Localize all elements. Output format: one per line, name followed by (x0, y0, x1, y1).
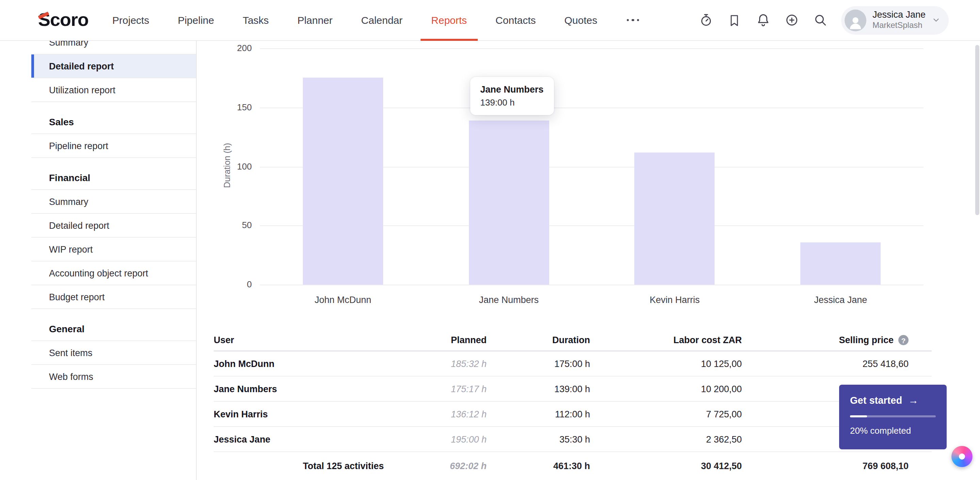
x-axis-label-jessica-jane: Jessica Jane (758, 295, 924, 305)
reports-sidebar: SummaryDetailed reportUtilization report… (31, 40, 197, 480)
nav-item-contacts[interactable]: Contacts (481, 0, 550, 40)
user-cell: Jessica Jane (214, 434, 418, 444)
nav-item-tasks[interactable]: Tasks (228, 0, 283, 40)
planned-cell: 175:17 h (418, 384, 487, 394)
user-cell: Jane Numbers (214, 384, 418, 394)
labor-cost-cell: 2 362,50 (590, 434, 742, 444)
timer-icon[interactable] (694, 8, 718, 32)
get-started-title-row: Get started → (850, 394, 936, 406)
nav-item-reports[interactable]: Reports (417, 0, 481, 40)
get-started-card[interactable]: Get started → 20% completed (839, 385, 947, 450)
x-axis-label-john-mcdunn: John McDunn (260, 295, 426, 305)
x-axis-label-kevin-harris: Kevin Harris (592, 295, 758, 305)
gridline (260, 285, 924, 285)
sidebar-item-pipeline-report[interactable]: Pipeline report (31, 134, 196, 158)
sidebar-item-accounting-object-report[interactable]: Accounting object report (31, 262, 196, 285)
bar-jessica-jane[interactable] (800, 243, 881, 285)
more-menu-icon[interactable] (611, 0, 654, 40)
tooltip-title: Jane Numbers (480, 85, 543, 95)
table-row-john-mcdunn: John McDunn185:32 h175:00 h10 125,00255 … (214, 351, 932, 376)
primary-nav: ProjectsPipelineTasksPlannerCalendarRepo… (98, 0, 611, 40)
navbar-actions: Jessica Jane MarketSplash (694, 6, 949, 34)
user-cell: John McDunn (214, 359, 418, 369)
sidebar-item-detailed-report[interactable]: Detailed report (31, 214, 196, 238)
tooltip-value: 139:00 h (480, 97, 543, 108)
x-axis-label-jane-numbers: Jane Numbers (426, 295, 592, 305)
user-name: Jessica Jane (872, 10, 926, 21)
duration-cell: 139:00 h (487, 384, 590, 394)
bookmark-icon[interactable] (723, 8, 746, 32)
progress-bar (850, 415, 936, 417)
y-tick-label: 100 (197, 161, 252, 172)
floating-widget-button[interactable] (951, 446, 972, 467)
user-cell: Kevin Harris (214, 409, 418, 419)
dot (637, 19, 639, 21)
total-selling-price-cell: 769 608,10 (742, 461, 908, 471)
table-header-row: UserPlannedDurationLabor cost ZARSelling… (214, 330, 932, 351)
sidebar-item-utilization-report[interactable]: Utilization report (31, 78, 196, 102)
report-table: UserPlannedDurationLabor cost ZARSelling… (214, 330, 932, 479)
y-tick-label: 0 (197, 279, 252, 290)
sidebar-item-budget-report[interactable]: Budget report (31, 285, 196, 309)
col-header-selling-price: Selling price? (742, 335, 908, 345)
selling-price-cell: 255 418,60 (742, 359, 908, 369)
sidebar-section-sales: Sales (31, 110, 196, 134)
sidebar-item-summary[interactable]: Summary (31, 190, 196, 214)
app-root: Scoro ProjectsPipelineTasksPlannerCalend… (0, 0, 980, 480)
nav-item-projects[interactable]: Projects (98, 0, 163, 40)
labor-cost-cell: 10 200,00 (590, 384, 742, 394)
search-icon[interactable] (808, 8, 832, 32)
user-meta: Jessica Jane MarketSplash (872, 10, 926, 30)
col-header-text: Selling price (839, 335, 894, 345)
nav-item-pipeline[interactable]: Pipeline (163, 0, 228, 40)
y-tick-label: 200 (197, 43, 252, 54)
dot (632, 19, 634, 21)
col-header-labor-cost-zar: Labor cost ZAR (590, 335, 742, 345)
total-labor-cost-cell: 30 412,50 (590, 461, 742, 471)
scoro-logo[interactable]: Scoro (38, 10, 89, 30)
sidebar-item-summary[interactable]: Summary (31, 40, 196, 54)
duration-cell: 175:00 h (487, 359, 590, 369)
arrow-right-icon: → (908, 394, 918, 406)
planned-cell: 195:00 h (418, 434, 487, 444)
help-icon[interactable]: ? (898, 335, 908, 345)
labor-cost-cell: 7 725,00 (590, 409, 742, 419)
bar-john-mcdunn[interactable] (303, 78, 383, 285)
gridline (260, 48, 924, 49)
table-row-jane-numbers: Jane Numbers175:17 h139:00 h10 200,00 (214, 376, 932, 402)
dot (627, 19, 629, 21)
nav-item-quotes[interactable]: Quotes (550, 0, 612, 40)
planned-cell: 136:12 h (418, 409, 487, 419)
quick-add-icon[interactable] (780, 8, 804, 32)
nav-item-calendar[interactable]: Calendar (347, 0, 417, 40)
top-navbar: Scoro ProjectsPipelineTasksPlannerCalend… (0, 0, 980, 41)
sidebar-item-web-forms[interactable]: Web forms (31, 365, 196, 389)
sidebar-item-detailed-report[interactable]: Detailed report (31, 54, 196, 78)
user-menu[interactable]: Jessica Jane MarketSplash (841, 6, 949, 34)
scrollbar-thumb[interactable] (975, 45, 979, 215)
bell-icon[interactable] (751, 8, 775, 32)
nav-item-planner[interactable]: Planner (283, 0, 347, 40)
chevron-down-icon (932, 16, 940, 24)
y-tick-label: 150 (197, 102, 252, 113)
total-label-cell: Total 125 activities (214, 461, 418, 471)
progress-fill (850, 415, 867, 417)
chart-tooltip: Jane Numbers 139:00 h (470, 77, 554, 115)
get-started-title: Get started (850, 395, 902, 405)
sidebar-item-sent-items[interactable]: Sent items (31, 341, 196, 365)
col-header-planned: Planned (418, 335, 487, 345)
col-header-user: User (214, 335, 418, 345)
sidebar-section-financial: Financial (31, 166, 196, 190)
table-row-kevin-harris: Kevin Harris136:12 h112:00 h7 725,00 (214, 402, 932, 427)
bar-jane-numbers[interactable] (469, 121, 549, 285)
table-row-jessica-jane: Jessica Jane195:00 h35:30 h2 362,50 (214, 427, 932, 452)
sidebar-item-wip-report[interactable]: WIP report (31, 238, 196, 262)
user-org: MarketSplash (872, 21, 926, 30)
y-tick-label: 50 (197, 220, 252, 231)
planned-cell: 185:32 h (418, 359, 487, 369)
main-content: Duration (h) Jane Numbers 139:00 h 05010… (197, 40, 980, 480)
sidebar-section-general: General (31, 317, 196, 341)
progress-label: 20% completed (850, 426, 936, 436)
labor-cost-cell: 10 125,00 (590, 359, 742, 369)
bar-kevin-harris[interactable] (635, 152, 715, 285)
